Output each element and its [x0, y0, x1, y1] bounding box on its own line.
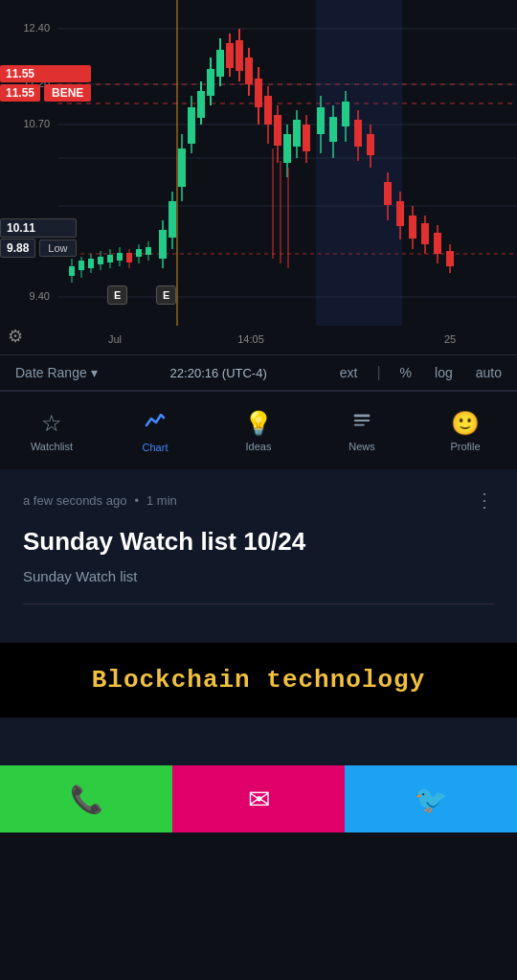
chart-icon: [144, 409, 167, 438]
svg-rect-39: [178, 148, 186, 187]
ideas-meta-left: a few seconds ago • 1 min: [23, 493, 177, 508]
ideas-more-button[interactable]: ⋮: [475, 489, 494, 512]
svg-rect-29: [126, 253, 132, 262]
svg-rect-43: [197, 91, 205, 118]
auto-button[interactable]: auto: [472, 363, 506, 382]
svg-rect-83: [421, 223, 429, 244]
svg-rect-25: [107, 255, 113, 262]
twitter-button[interactable]: 🐦: [345, 765, 517, 832]
svg-rect-81: [409, 216, 416, 239]
price-tag-low-2: 9.88: [0, 239, 35, 258]
twitter-icon: 🐦: [415, 784, 448, 815]
svg-rect-67: [317, 107, 325, 134]
svg-text:12.40: 12.40: [23, 22, 50, 34]
svg-rect-41: [188, 107, 195, 144]
mail-button[interactable]: ✉: [172, 765, 345, 832]
nav-label-news: News: [348, 441, 375, 452]
nav-label-profile: Profile: [450, 441, 480, 452]
bene-tag: BENE: [44, 84, 91, 102]
svg-rect-14: [316, 0, 402, 326]
svg-rect-17: [69, 266, 75, 276]
svg-rect-95: [354, 420, 371, 422]
log-button[interactable]: log: [431, 363, 457, 382]
ideas-divider: [23, 604, 494, 604]
svg-text:25: 25: [444, 333, 456, 345]
ext-button[interactable]: ext: [336, 363, 362, 382]
ideas-meta: a few seconds ago • 1 min ⋮: [23, 489, 494, 512]
svg-rect-57: [264, 96, 272, 125]
svg-rect-87: [446, 251, 454, 266]
price-tag-1: 11.55: [0, 65, 91, 82]
nav-item-watchlist[interactable]: ☆ Watchlist: [0, 410, 103, 452]
svg-rect-0: [0, 0, 517, 354]
price-label-top: 11.55 11.55 BENE: [0, 65, 91, 102]
svg-rect-33: [146, 247, 151, 255]
spacer: [0, 718, 517, 765]
svg-rect-49: [226, 43, 234, 68]
ideas-timestamp: a few seconds ago: [23, 493, 126, 508]
e-marker-1: E: [107, 285, 127, 305]
svg-rect-61: [283, 134, 291, 163]
ideas-icon: 💡: [244, 410, 273, 437]
gear-icon[interactable]: ⚙: [8, 326, 23, 347]
toolbar-sep-1: |: [376, 364, 380, 381]
svg-rect-19: [79, 261, 84, 270]
toolbar: Date Range ▾ 22:20:16 (UTC-4) ext | % lo…: [0, 354, 517, 391]
nav-label-chart: Chart: [143, 442, 169, 453]
ideas-subtitle: Sunday Watch list: [23, 568, 494, 584]
svg-rect-35: [159, 230, 167, 259]
svg-rect-55: [255, 79, 262, 107]
svg-rect-23: [98, 257, 103, 264]
bottom-nav: ☆ Watchlist Chart 💡 Ideas News 🙂 Profile: [0, 391, 517, 469]
chart-area: 12.40 11.20 10.70 9.40: [0, 0, 517, 354]
price-tag-low-1: 10.11: [0, 218, 77, 238]
price-tag-2: 11.55: [0, 84, 40, 102]
nav-label-ideas: Ideas: [246, 441, 272, 452]
date-range-arrow: ▾: [91, 365, 98, 380]
ideas-meta-separator: •: [134, 493, 139, 508]
percent-button[interactable]: %: [396, 363, 416, 382]
nav-item-news[interactable]: News: [310, 410, 414, 452]
svg-rect-63: [293, 120, 301, 147]
svg-rect-96: [354, 423, 365, 425]
svg-rect-53: [245, 57, 253, 84]
svg-rect-51: [236, 40, 243, 71]
watchlist-icon: ☆: [41, 410, 62, 437]
date-range-button[interactable]: Date Range ▾: [11, 363, 101, 382]
nav-item-chart[interactable]: Chart: [103, 409, 207, 453]
svg-rect-79: [396, 201, 404, 226]
svg-rect-71: [342, 102, 349, 126]
action-buttons: 📞 ✉ 🐦: [0, 765, 517, 832]
svg-rect-69: [329, 117, 337, 142]
blockchain-banner: Blockchain technology: [0, 643, 517, 718]
blockchain-text: Blockchain technology: [92, 666, 426, 695]
svg-rect-94: [354, 414, 371, 417]
svg-rect-47: [216, 50, 224, 77]
ideas-duration: 1 min: [146, 493, 177, 508]
mail-icon: ✉: [248, 784, 270, 815]
e-marker-2: E: [156, 285, 176, 305]
svg-rect-59: [274, 115, 281, 146]
svg-rect-77: [384, 182, 392, 205]
svg-rect-45: [207, 69, 214, 96]
svg-rect-37: [169, 201, 176, 238]
svg-rect-65: [303, 125, 310, 151]
nav-item-profile[interactable]: 🙂 Profile: [414, 410, 517, 452]
nav-label-watchlist: Watchlist: [31, 441, 73, 452]
svg-rect-31: [136, 249, 142, 257]
svg-rect-73: [354, 120, 362, 147]
svg-text:10.70: 10.70: [23, 118, 50, 129]
nav-item-ideas[interactable]: 💡 Ideas: [207, 410, 310, 452]
svg-text:14:05: 14:05: [237, 333, 264, 345]
phone-button[interactable]: 📞: [0, 765, 172, 832]
low-label: Low: [39, 239, 76, 257]
svg-rect-85: [434, 233, 441, 254]
date-range-label: Date Range: [15, 365, 87, 380]
svg-rect-75: [367, 134, 374, 155]
phone-icon: 📞: [70, 784, 103, 815]
svg-text:Jul: Jul: [108, 333, 122, 345]
news-icon: [351, 410, 372, 437]
ideas-section: a few seconds ago • 1 min ⋮ Sunday Watch…: [0, 469, 517, 643]
profile-icon: 🙂: [451, 410, 480, 437]
svg-rect-21: [88, 259, 94, 268]
